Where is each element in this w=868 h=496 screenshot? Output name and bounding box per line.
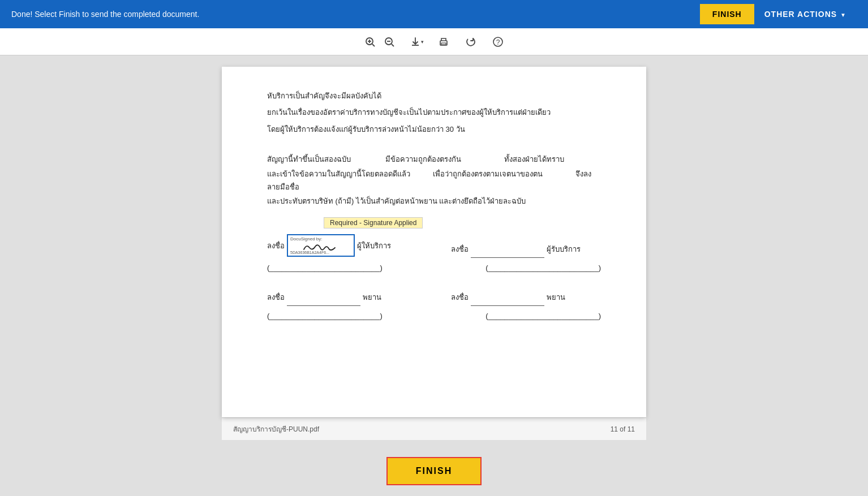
svg-rect-9 xyxy=(441,43,446,45)
witness-line-left: ลงชื่อ พยาน xyxy=(267,289,418,306)
docusign-label: DocuSigned by: xyxy=(290,236,322,241)
witness-block-right: ลงชื่อ พยาน xyxy=(451,289,601,306)
footer-page-info: 11 of 11 xyxy=(611,425,635,433)
bottom-finish-area: FINISH xyxy=(386,457,482,485)
finish-button-top[interactable]: FINISH xyxy=(700,4,754,24)
finish-button-bottom[interactable]: FINISH xyxy=(386,457,482,485)
doc-body: หับริการเป็นสำคัญจึงจะมีผลบังคับได้ ยกเว… xyxy=(267,89,601,136)
clause7: และประทับตราบริษัท (ถ้ามี) ไว้เป็นสำคัญต… xyxy=(267,197,526,205)
clause3: ทั้งสองฝ่ายได้ทราบ xyxy=(504,155,564,163)
zoom-out-icon[interactable] xyxy=(380,33,398,51)
paren-left: (___________________________) xyxy=(267,264,383,272)
witness-paren-right: (___________________________) xyxy=(485,312,601,320)
footer-bar: สัญญาบริการบัญชี-PUUN.pdf 11 of 11 xyxy=(222,417,646,440)
signature-section: สัญญานี้ทำขึ้นเป็นสองฉบับ มีข้อความถูกต้… xyxy=(267,153,601,320)
sig-right-prefix: ลงชื่อ xyxy=(451,243,469,255)
witness-block-left: ลงชื่อ พยาน xyxy=(267,289,418,306)
witness-underline-left xyxy=(287,289,360,306)
top-bar-message: Done! Select Finish to send the complete… xyxy=(11,10,199,19)
witness-underline-right xyxy=(471,289,544,306)
print-icon[interactable] xyxy=(435,33,453,51)
clause2: มีข้อความถูกต้องตรงกัน xyxy=(385,155,461,163)
docusign-id: 5DA3636B1A2A4F6... xyxy=(290,251,329,255)
top-bar: Done! Select Finish to send the complete… xyxy=(0,0,868,28)
document-page: หับริการเป็นสำคัญจึงจะมีผลบังคับได้ ยกเว… xyxy=(222,67,646,417)
docusign-signature-box[interactable]: DocuSigned by: 5DA3636B1A2A4F6... xyxy=(287,234,355,257)
witness-line-right: ลงชื่อ พยาน xyxy=(451,289,601,306)
rotate-icon[interactable] xyxy=(462,33,480,51)
witness-right-suffix: พยาน xyxy=(547,291,565,303)
zoom-controls xyxy=(361,33,398,51)
svg-line-5 xyxy=(392,44,394,46)
sig-left-suffix: ผู้ให้บริการ xyxy=(357,240,391,252)
sig-right-suffix: ผู้รับบริการ xyxy=(547,243,581,255)
sig-line-left: ลงชื่อ DocuSigned by: 5DA3636B1A2A4F6...… xyxy=(267,234,391,258)
clause4: และเข้าใจข้อความในสัญญานี้โดยตลอดดีแล้ว xyxy=(267,170,410,178)
other-actions-button[interactable]: OTHER ACTIONS xyxy=(754,4,857,24)
witness-row: ลงชื่อ พยาน ลงชื่อ พยาน xyxy=(267,289,601,306)
top-bar-actions: FINISH OTHER ACTIONS xyxy=(700,4,857,24)
required-signature-badge: Required - Signature Applied xyxy=(324,217,423,228)
paren-row: (___________________________) (_________… xyxy=(267,262,601,272)
doc-line-1: หับริการเป็นสำคัญจึงจะมีผลบังคับได้ xyxy=(267,89,601,102)
sig-underline-right xyxy=(471,241,544,258)
sig-block-right: ลงชื่อ ผู้รับบริการ xyxy=(451,241,601,258)
help-icon[interactable]: ? xyxy=(489,33,507,51)
chevron-down-icon xyxy=(840,10,846,19)
witness-paren-row: (___________________________) (_________… xyxy=(267,310,601,320)
clause1: สัญญานี้ทำขึ้นเป็นสองฉบับ xyxy=(267,155,351,163)
download-icon[interactable]: ▾ xyxy=(407,33,426,51)
doc-line-3: โดยผู้ให้บริการต้องแจ้งแก่ผู้รับบริการล่… xyxy=(267,123,601,136)
sig-block-left: ลงชื่อ DocuSigned by: 5DA3636B1A2A4F6...… xyxy=(267,234,418,258)
witness-left-suffix: พยาน xyxy=(363,291,381,303)
sig-line-right: ลงชื่อ ผู้รับบริการ xyxy=(451,241,581,258)
toolbar: ▾ ? xyxy=(0,28,868,55)
svg-text:?: ? xyxy=(496,38,500,46)
witness-paren-left: (___________________________) xyxy=(267,312,383,320)
sig-left-prefix: ลงชื่อ xyxy=(267,240,285,252)
svg-line-1 xyxy=(372,44,375,46)
clause5: เพื่อว่าถูกต้องตรงตามเจตนาของตน xyxy=(433,170,543,178)
paren-right: (___________________________) xyxy=(485,264,601,272)
doc-line-2: ยกเว้นในเรื่องของอัตราค่าบริการทางบัญชีจ… xyxy=(267,106,601,119)
signature-row: ลงชื่อ DocuSigned by: 5DA3636B1A2A4F6...… xyxy=(267,234,601,258)
witness-left-prefix: ลงชื่อ xyxy=(267,291,285,303)
witness-right-prefix: ลงชื่อ xyxy=(451,291,469,303)
main-content: หับริการเป็นสำคัญจึงจะมีผลบังคับได้ ยกเว… xyxy=(0,55,868,496)
zoom-in-icon[interactable] xyxy=(361,33,379,51)
footer-filename: สัญญาบริการบัญชี-PUUN.pdf xyxy=(233,424,319,434)
